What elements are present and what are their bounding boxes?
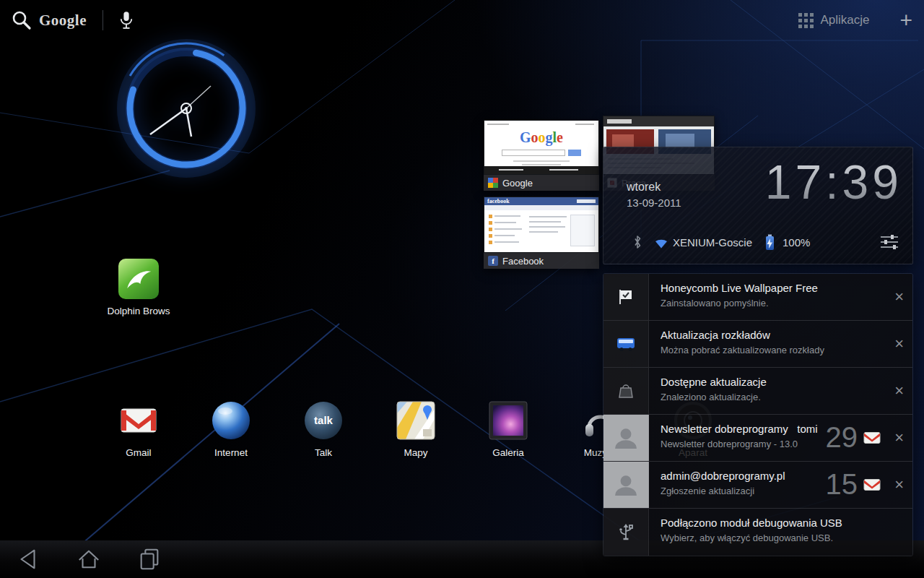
app-label: Galeria bbox=[472, 447, 544, 458]
globe-icon bbox=[211, 400, 251, 441]
app-icon-galeria[interactable]: Galeria bbox=[472, 400, 544, 458]
notification-gmail-admin[interactable]: admin@dobreprogramy.pl Zgłoszenie aktual… bbox=[603, 462, 912, 509]
notification-updates-available[interactable]: Dostępne aktualizacje Znaleziono aktuali… bbox=[603, 368, 912, 415]
gmail-envelope-icon bbox=[863, 479, 881, 491]
notification-subtitle: Znaleziono aktualizacje. bbox=[661, 392, 767, 402]
android-home-screen: Google Aplikacje + bbox=[0, 0, 924, 578]
battery-percent: 100% bbox=[783, 236, 810, 249]
bookmark-widget-facebook[interactable]: facebook f Facebook bbox=[484, 197, 599, 269]
notification-subtitle: Zgłoszenie aktualizacji bbox=[661, 486, 785, 496]
notification-title: admin@dobreprogramy.pl bbox=[661, 470, 785, 482]
gmail-icon bbox=[118, 400, 159, 441]
notification-title: Honeycomb Live Wallpaper Free bbox=[661, 282, 818, 294]
date-label: 13-09-2011 bbox=[627, 197, 681, 209]
unread-count: 15 bbox=[826, 468, 858, 501]
app-icon-mapy[interactable]: Mapy bbox=[380, 400, 452, 458]
apps-button-label: Aplikacje bbox=[820, 13, 869, 27]
microphone-icon bbox=[119, 9, 134, 31]
notification-subtitle: Można pobrać zaktualizowane rozkłady bbox=[661, 345, 824, 355]
notification-text: Podłączono moduł debugowania USB Wybierz… bbox=[649, 509, 842, 556]
notification-title: Podłączono moduł debugowania USB bbox=[661, 517, 842, 529]
close-icon[interactable]: × bbox=[894, 289, 904, 305]
google-page-logo: Google bbox=[484, 129, 598, 146]
close-icon[interactable]: × bbox=[894, 383, 904, 399]
analog-clock-widget[interactable] bbox=[114, 36, 258, 181]
close-icon[interactable]: × bbox=[894, 336, 904, 352]
quick-settings-button[interactable] bbox=[879, 234, 899, 252]
app-label: Gmail bbox=[103, 447, 175, 458]
digital-clock: 17:39 bbox=[765, 155, 902, 210]
google-page-footer bbox=[484, 166, 598, 174]
status-row: XENIUM-Goscie 100% bbox=[603, 232, 912, 254]
bookmark-label: Google bbox=[502, 178, 533, 189]
app-label: Talk bbox=[287, 447, 359, 458]
apps-grid-icon bbox=[798, 12, 814, 28]
google-favicon bbox=[488, 178, 498, 188]
facebook-page-thumbnail: facebook bbox=[484, 197, 599, 253]
notification-gmail-newsletter[interactable]: Newsletter dobreprogramy tomi Newsletter… bbox=[603, 415, 912, 462]
notification-usb-debugging[interactable]: Podłączono moduł debugowania USB Wybierz… bbox=[603, 509, 912, 556]
app-label: Internet bbox=[195, 447, 267, 458]
usb-icon bbox=[603, 509, 649, 556]
facebook-side-panel bbox=[570, 215, 595, 246]
system-top-bar: Google Aplikacje + bbox=[0, 0, 924, 40]
bus-icon bbox=[603, 321, 649, 367]
google-logo: Google bbox=[39, 12, 87, 30]
notification-text: Honeycomb Live Wallpaper Free Zainstalow… bbox=[649, 274, 818, 320]
network-name: XENIUM-Goscie bbox=[673, 236, 752, 249]
close-icon[interactable]: × bbox=[894, 430, 904, 446]
notification-text: Aktualizacja rozkładów Można pobrać zakt… bbox=[649, 321, 824, 367]
notification-text: Dostępne aktualizacje Znaleziono aktuali… bbox=[649, 368, 767, 414]
unread-count: 29 bbox=[826, 421, 858, 454]
flag-check-icon bbox=[603, 274, 649, 320]
svg-text:talk: talk bbox=[314, 414, 334, 426]
back-icon bbox=[14, 547, 43, 571]
notification-title: Aktualizacja rozkładów bbox=[661, 329, 824, 341]
google-search-button bbox=[568, 150, 581, 156]
notification-list: Honeycomb Live Wallpaper Free Zainstalow… bbox=[603, 273, 913, 556]
google-search-box bbox=[502, 150, 565, 156]
app-label: Mapy bbox=[380, 447, 452, 458]
dolphin-browser-icon bbox=[118, 259, 159, 299]
notification-timetable-update[interactable]: Aktualizacja rozkładów Można pobrać zakt… bbox=[603, 321, 912, 368]
notification-title: Newsletter dobreprogramy tomi bbox=[661, 423, 818, 435]
battery-icon bbox=[764, 233, 776, 251]
app-icon-gmail[interactable]: Gmail bbox=[103, 400, 175, 458]
home-button[interactable] bbox=[72, 545, 105, 574]
bookmark-label-bar: f Facebook bbox=[484, 253, 599, 269]
maps-icon bbox=[396, 400, 436, 441]
weekday-label: wtorek bbox=[627, 181, 661, 194]
notification-text: admin@dobreprogramy.pl Zgłoszenie aktual… bbox=[649, 462, 785, 508]
facebook-favicon: f bbox=[488, 256, 498, 266]
notification-subtitle: Newsletter dobreprogramy - 13.0 bbox=[661, 439, 818, 449]
person-icon bbox=[603, 415, 649, 461]
close-icon[interactable]: × bbox=[894, 477, 904, 493]
app-icon-dolphin-browser[interactable]: Dolphin Brows bbox=[103, 259, 175, 316]
status-clock-panel[interactable]: wtorek 13-09-2011 17:39 XENIUM-Goscie 10… bbox=[603, 147, 913, 264]
google-search-widget[interactable]: Google bbox=[10, 9, 87, 31]
voice-search-button[interactable] bbox=[119, 9, 134, 31]
app-icon-talk[interactable]: talk Talk bbox=[287, 400, 359, 458]
notification-title: Dostępne aktualizacje bbox=[661, 376, 767, 388]
gmail-envelope-icon bbox=[863, 432, 881, 444]
bookmark-widget-google[interactable]: Google Google bbox=[484, 120, 599, 191]
back-button[interactable] bbox=[12, 545, 45, 574]
app-icon-internet[interactable]: Internet bbox=[195, 400, 267, 458]
bluetooth-icon bbox=[632, 234, 642, 250]
search-icon bbox=[10, 9, 32, 31]
settings-sliders-icon bbox=[879, 234, 899, 250]
person-icon bbox=[603, 462, 649, 508]
notification-text: Newsletter dobreprogramy tomi Newsletter… bbox=[649, 415, 818, 461]
bookmark-label: Facebook bbox=[502, 256, 544, 267]
add-widget-button[interactable]: + bbox=[899, 9, 912, 31]
gallery-icon bbox=[488, 400, 528, 441]
bookmark-label-bar: Google bbox=[484, 175, 599, 191]
home-icon bbox=[74, 547, 103, 571]
notification-subtitle: Wybierz, aby włączyć debugowanie USB. bbox=[661, 532, 842, 543]
recent-apps-button[interactable] bbox=[133, 545, 166, 574]
apps-button[interactable]: Aplikacje bbox=[798, 12, 869, 28]
app-label: Dolphin Brows bbox=[103, 306, 175, 316]
google-page-thumbnail: Google bbox=[484, 120, 599, 175]
notification-subtitle: Zainstalowano pomyślnie. bbox=[661, 298, 818, 309]
notification-wallpaper-installed[interactable]: Honeycomb Live Wallpaper Free Zainstalow… bbox=[603, 274, 912, 321]
